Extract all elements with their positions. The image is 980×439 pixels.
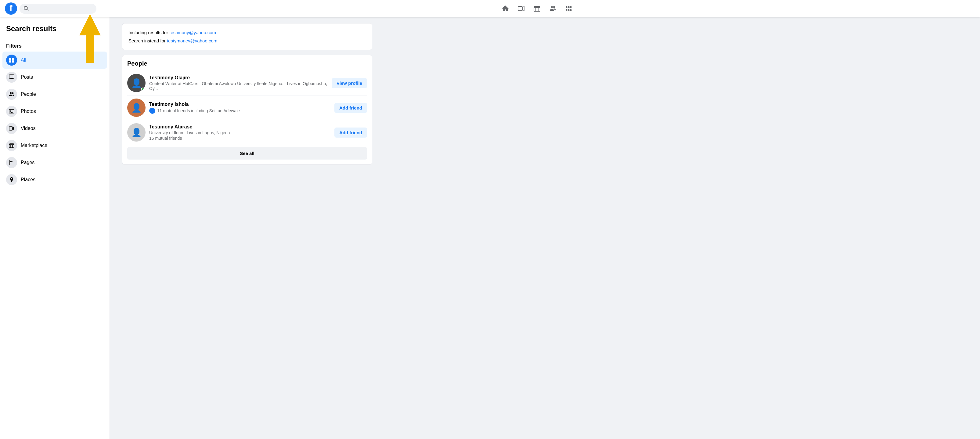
search-input[interactable]: testymoney@yahoo.com xyxy=(31,6,92,11)
svg-point-8 xyxy=(566,10,567,11)
person-name: Testimony Atarase xyxy=(149,124,331,130)
svg-marker-1 xyxy=(522,6,524,11)
sidebar-item-photos[interactable]: Photos xyxy=(2,103,107,120)
add-friend-button[interactable]: Add friend xyxy=(334,103,367,113)
person-row: 👤Testimony OlajireContent Writer at HotC… xyxy=(127,71,367,95)
menu-icon xyxy=(565,5,573,12)
instead-text: Search instead for xyxy=(129,38,165,43)
sidebar-item-label-videos: Videos xyxy=(21,126,36,131)
sidebar-item-label-people: People xyxy=(21,92,36,97)
sidebar-item-pages[interactable]: Pages xyxy=(2,154,107,171)
svg-rect-14 xyxy=(12,60,14,62)
person-name: Testimony Olajire xyxy=(149,75,328,81)
person-avatar: 👤 xyxy=(127,123,146,142)
person-row: 👤Testimony AtaraseUniversity of Ilorin ·… xyxy=(127,120,367,145)
mutual-friends-text: 15 mutual friends xyxy=(149,136,182,141)
svg-rect-2 xyxy=(534,8,540,11)
instead-for-line: Search instead for testymoney@yahoo.com xyxy=(129,37,366,45)
sidebar-item-icon-pages xyxy=(6,157,17,168)
marketplace-nav-button[interactable] xyxy=(530,1,544,16)
avatar-placeholder: 👤 xyxy=(131,78,142,88)
sidebar-item-people[interactable]: People xyxy=(2,86,107,103)
sidebar-item-label-photos: Photos xyxy=(21,108,36,114)
sidebar-item-label-pages: Pages xyxy=(21,160,35,165)
person-action: Add friend xyxy=(334,103,367,113)
facebook-logo: f xyxy=(5,2,17,14)
sidebar-item-places[interactable]: Places xyxy=(2,171,107,188)
person-name: Testimony Ishola xyxy=(149,102,331,107)
svg-point-17 xyxy=(12,92,14,94)
svg-point-9 xyxy=(568,10,570,11)
sidebar-item-label-places: Places xyxy=(21,177,35,183)
sidebar-item-marketplace[interactable]: Marketplace xyxy=(2,137,107,154)
svg-point-24 xyxy=(11,178,12,180)
topnav: f testymoney@yahoo.com xyxy=(0,0,980,17)
view-profile-button[interactable]: View profile xyxy=(332,78,367,88)
search-bar[interactable]: testymoney@yahoo.com xyxy=(19,4,96,14)
svg-rect-12 xyxy=(12,58,14,60)
svg-point-10 xyxy=(570,10,571,11)
people-card: People 👤Testimony OlajireContent Writer … xyxy=(122,55,372,165)
sidebar-item-icon-all xyxy=(6,55,17,65)
home-icon xyxy=(501,5,509,12)
arrow-head xyxy=(80,14,101,35)
sidebar-item-icon-places xyxy=(6,174,17,185)
svg-rect-22 xyxy=(9,145,14,148)
person-info: Testimony Ishola11 mutual friends includ… xyxy=(149,102,331,114)
svg-point-7 xyxy=(570,6,571,8)
groups-nav-button[interactable] xyxy=(546,1,560,16)
sidebar-item-label-marketplace: Marketplace xyxy=(21,143,47,148)
including-link[interactable]: testimony@yahoo.com xyxy=(169,30,216,35)
person-avatar: 👤 xyxy=(127,74,146,92)
home-nav-button[interactable] xyxy=(498,1,512,16)
svg-rect-13 xyxy=(9,60,11,62)
people-list: 👤Testimony OlajireContent Writer at HotC… xyxy=(127,71,367,145)
nav-icons xyxy=(498,1,576,16)
sidebar-wrapper: Search results Filters AllPostsPeoplePho… xyxy=(0,17,110,439)
mutual-avatar xyxy=(149,108,155,114)
add-friend-button[interactable]: Add friend xyxy=(334,127,367,138)
person-row: 👤Testimony Ishola11 mutual friends inclu… xyxy=(127,95,367,120)
sidebar: Search results Filters AllPostsPeoplePho… xyxy=(0,17,110,439)
sidebar-item-icon-marketplace xyxy=(6,140,17,151)
svg-rect-11 xyxy=(9,58,11,60)
svg-point-19 xyxy=(10,110,11,112)
svg-rect-0 xyxy=(518,6,522,11)
sidebar-items-list: AllPostsPeoplePhotosVideosMarketplacePag… xyxy=(2,52,107,188)
svg-point-3 xyxy=(551,6,553,8)
svg-point-4 xyxy=(553,6,555,8)
arrow-annotation xyxy=(80,14,101,63)
person-action: Add friend xyxy=(334,127,367,138)
person-action: View profile xyxy=(332,78,367,88)
svg-rect-20 xyxy=(9,127,13,130)
search-icon xyxy=(24,6,29,11)
svg-rect-15 xyxy=(9,75,14,78)
avatar-placeholder: 👤 xyxy=(131,127,142,138)
marketplace-icon xyxy=(533,5,541,12)
svg-rect-23 xyxy=(10,160,10,165)
sidebar-item-label-all: All xyxy=(21,57,26,63)
sidebar-item-label-posts: Posts xyxy=(21,75,33,80)
instead-link[interactable]: testymoney@yahoo.com xyxy=(167,38,217,43)
mutual-friends: 11 mutual friends including Setitun Adew… xyxy=(149,108,331,114)
person-avatar: 👤 xyxy=(127,99,146,117)
sidebar-item-icon-photos xyxy=(6,106,17,117)
including-text: Including results for xyxy=(129,30,168,35)
svg-point-16 xyxy=(10,92,11,94)
mutual-friends-text: 11 mutual friends including Setitun Adew… xyxy=(157,108,240,113)
sidebar-item-icon-posts xyxy=(6,72,17,83)
sidebar-item-posts[interactable]: Posts xyxy=(2,68,107,86)
sidebar-item-icon-people xyxy=(6,89,17,100)
menu-nav-button[interactable] xyxy=(562,1,576,16)
sidebar-item-icon-videos xyxy=(6,123,17,134)
person-meta: Content Writer at HotCars · Obafemi Awol… xyxy=(149,81,328,91)
see-all-button[interactable]: See all xyxy=(127,147,367,159)
person-meta: University of Ilorin · Lives in Lagos, N… xyxy=(149,130,331,135)
svg-point-5 xyxy=(566,6,567,8)
person-info: Testimony AtaraseUniversity of Ilorin · … xyxy=(149,124,331,141)
arrow-body xyxy=(86,35,94,63)
svg-point-6 xyxy=(568,6,570,8)
including-results-line: Including results for testimony@yahoo.co… xyxy=(129,29,366,37)
video-nav-button[interactable] xyxy=(514,1,528,16)
sidebar-item-videos[interactable]: Videos xyxy=(2,120,107,137)
